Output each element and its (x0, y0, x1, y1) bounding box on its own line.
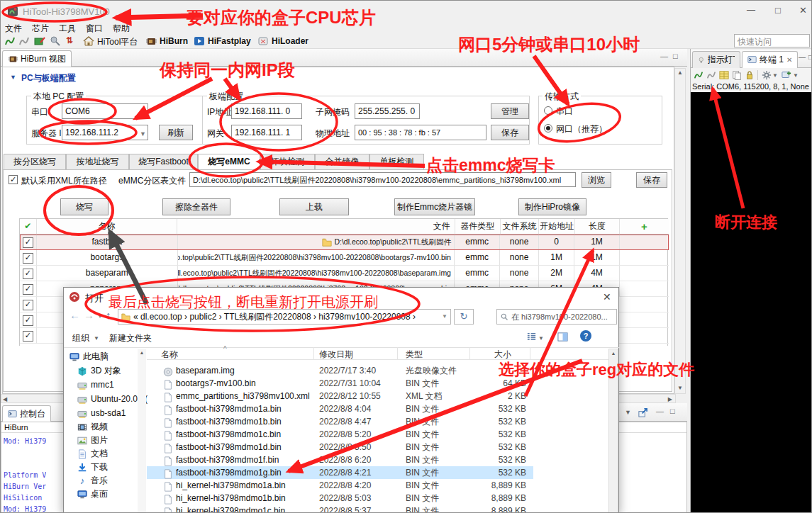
row-device-type[interactable]: emmc (455, 266, 500, 281)
terminal-maximize-icon[interactable]: □ (808, 53, 812, 61)
column-divider[interactable] (469, 347, 470, 360)
scroll-down-icon[interactable]: ▼ (675, 384, 685, 393)
toolbar-hiloader[interactable]: HiLoader (272, 36, 308, 46)
row-browse-folder-icon[interactable] (322, 237, 332, 247)
file-row[interactable]: fastboot-hi3798mdmo1d.bin 2022/8/8 5:50 … (147, 441, 533, 453)
hiloader-icon[interactable] (257, 35, 269, 47)
make-hipro-image-button[interactable]: 制作HiPro镜像 (518, 198, 586, 215)
row-file-system[interactable]: none (500, 250, 538, 266)
board-ip-input[interactable]: 192.168.111. 0 (231, 103, 302, 119)
dialog-search-box[interactable]: 在 hi3798mv100-2022080... (496, 309, 617, 325)
column-date[interactable]: 修改日期 (319, 349, 353, 361)
scroll-up-icon[interactable]: ▲ (675, 69, 685, 77)
tab-burn-emmc[interactable]: 烧写eMMC (198, 154, 260, 170)
view-mode-icon[interactable] (526, 332, 537, 342)
row-name[interactable]: baseparam (37, 266, 178, 281)
header-name[interactable]: 名称 (37, 219, 178, 235)
toolbar-hitool-platform[interactable]: HiTool平台 (97, 36, 138, 48)
panel-minimize-icon[interactable]: — (660, 52, 668, 60)
help-icon[interactable]: ? (580, 330, 591, 342)
mask-input[interactable]: 255.255.255. 0 (355, 103, 420, 119)
xml-path-checkbox[interactable]: ✓ (9, 175, 18, 184)
row-name[interactable]: fastboot (37, 235, 178, 250)
serial-radio-label[interactable]: 串口 (556, 106, 573, 118)
column-divider[interactable] (397, 347, 398, 360)
terminal-gear-dropdown-icon[interactable]: ▼ (772, 72, 778, 79)
main-vertical-scrollbar[interactable]: ▲ ▼ (674, 68, 686, 394)
hiburn-chip-icon[interactable] (145, 35, 157, 47)
sidebar-scroll-up-icon[interactable]: ▲ (138, 349, 146, 357)
console-minimize-icon[interactable]: — (656, 407, 664, 415)
tab-badblock-check[interactable]: 坏块检测 (260, 154, 315, 170)
toolbar-hiburn[interactable]: HiBurn (160, 36, 188, 46)
header-start-addr[interactable]: 开始地址 (539, 219, 574, 235)
board-save-button[interactable]: 保存 (491, 125, 529, 140)
terminal-connect-icon[interactable] (694, 70, 703, 80)
sidebar-scrollbar[interactable]: ▲ (138, 349, 146, 513)
header-file[interactable]: 文件 (177, 219, 455, 235)
file-row[interactable]: fastboot-hi3798mdmo1b.bin 2022/8/8 4:47 … (147, 415, 533, 428)
row-length[interactable]: 1M (574, 235, 619, 250)
panel-maximize-icon[interactable]: □ (673, 52, 678, 60)
column-type[interactable]: 类型 (406, 349, 423, 361)
terminal-settings-table-icon[interactable] (719, 70, 729, 80)
nav-back-icon[interactable]: ← (69, 309, 80, 321)
terminal-lock-icon[interactable] (745, 70, 755, 80)
table-row[interactable]: ✓ baseparam D:\dl.ecoo.top\public2\TTL线刷… (20, 266, 669, 281)
terminal-tab-close-icon[interactable]: ✕ (786, 56, 792, 64)
file-row[interactable]: emmc_partitions_hi3798mv100.xml 2022/8/1… (147, 390, 533, 402)
new-terminal-icon[interactable] (782, 70, 791, 80)
minimize-icon[interactable]: — (747, 5, 755, 15)
network-radio-label[interactable]: 网口（推荐） (556, 123, 607, 135)
row-file-system[interactable]: none (500, 266, 538, 281)
upload-button[interactable]: 上载 (279, 198, 349, 215)
quick-access-input[interactable]: 快速访问 (734, 34, 810, 47)
nav-forward-icon[interactable]: → (84, 309, 94, 321)
terminal-screen[interactable] (691, 92, 812, 513)
console-maximize-icon[interactable]: □ (670, 407, 675, 415)
header-device-type[interactable]: 器件类型 (455, 219, 501, 235)
tab-address-burn[interactable]: 按地址烧写 (66, 154, 129, 170)
gateway-input[interactable]: 192.168.111. 1 (231, 125, 302, 140)
tab-merge-image[interactable]: 合并镜像 (315, 154, 369, 170)
file-row[interactable]: hi_kernel-hi3798mdmo1b.bin 2022/8/8 5:03… (147, 492, 533, 504)
row-checkbox[interactable]: ✓ (20, 281, 37, 297)
file-row[interactable]: fastboot-hi3798mdmo1f.bin 2022/8/8 6:20 … (147, 453, 533, 466)
console-dropdown-icon[interactable]: ▼ (625, 409, 631, 416)
tab-indicator-light[interactable]: 指示灯T... (692, 51, 740, 68)
tab-board-check[interactable]: 单板检测 (369, 154, 424, 170)
new-folder-button[interactable]: 新建文件夹 (109, 332, 152, 344)
serial-combo[interactable]: COM6 ▼ (62, 103, 148, 119)
breadcrumb-dropdown-icon[interactable]: ▼ (442, 310, 447, 323)
sidebar-item-usb-sda1[interactable]: usb-sda1 (77, 407, 126, 419)
xml-checkbox-label[interactable]: 默认采用XML所在路径 (21, 175, 107, 187)
row-checkbox[interactable]: ✓ (20, 297, 37, 312)
home-icon[interactable] (83, 35, 94, 47)
row-length[interactable]: 4M (574, 266, 619, 281)
close-icon[interactable]: ✕ (799, 5, 807, 16)
view-mode-dropdown-icon[interactable]: ▼ (538, 335, 544, 342)
section-twistie-icon[interactable]: ▼ (10, 74, 16, 81)
file-scroll-up-icon[interactable]: ▲ (609, 349, 618, 358)
row-file[interactable]: D:\dl.ecoo.top\public2\TTL线刷固件20220808\h… (178, 250, 455, 266)
transfer-updown-icon[interactable]: ⇅ (66, 35, 73, 45)
breadcrumb-path[interactable]: « dl.ecoo.top › public2 › TTL线刷固件2022080… (133, 310, 416, 323)
connect-icon[interactable] (4, 35, 16, 47)
server-ip-combo-arrow-icon[interactable]: ▼ (140, 128, 146, 140)
organize-button[interactable]: 组织 (72, 332, 89, 344)
row-file[interactable]: D:\dl.ecoo.top\public2\TTL线刷固件20220808\h… (178, 266, 455, 281)
dialog-close-icon[interactable]: ✕ (603, 291, 611, 303)
file-row-selected[interactable]: fastboot-hi3798mdmo1g.bin 2022/8/8 4:21 … (147, 466, 533, 479)
column-divider[interactable] (313, 347, 314, 360)
sidebar-item-music[interactable]: ♪音乐 (77, 475, 108, 487)
row-checkbox[interactable]: ✓ (20, 266, 37, 281)
row-checkbox[interactable]: ✓ (20, 312, 37, 328)
tab-hiburn-view[interactable]: HiBurn 视图 (2, 50, 72, 67)
browse-button[interactable]: 浏览 (582, 172, 611, 188)
serial-combo-arrow-icon[interactable]: ▼ (140, 106, 146, 119)
file-row[interactable]: fastboot-hi3798mdmo1a.bin 2022/8/8 4:04 … (147, 402, 533, 415)
open-console-icon[interactable] (638, 407, 648, 418)
refresh-icon[interactable]: ↻ (454, 309, 474, 325)
erase-all-button[interactable]: 擦除全器件 (162, 198, 230, 215)
sidebar-item-mmc1[interactable]: mmc1 (77, 379, 114, 391)
